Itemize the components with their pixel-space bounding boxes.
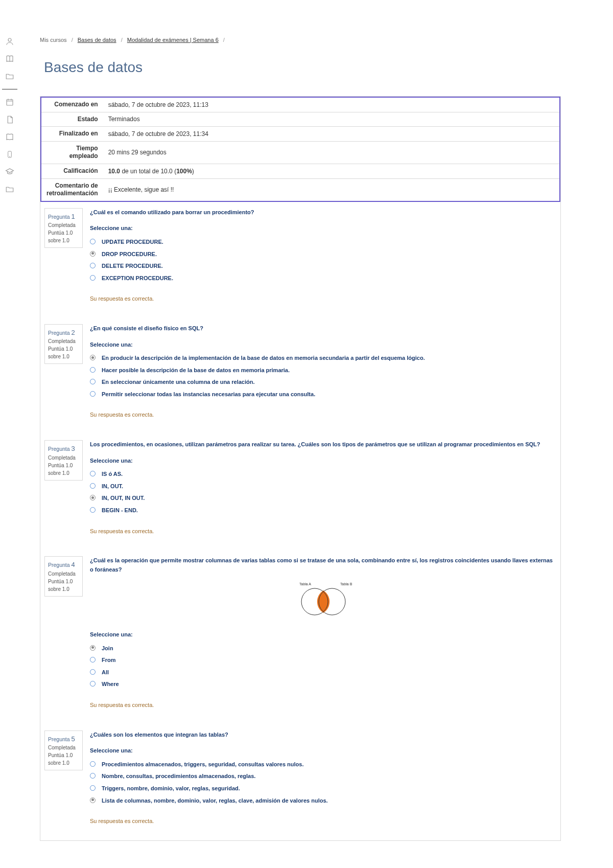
question-prefix: Pregunta bbox=[48, 736, 70, 742]
nav-folder2-icon[interactable] bbox=[5, 185, 14, 194]
select-one-label: Seleccione una: bbox=[90, 340, 556, 350]
radio-icon[interactable] bbox=[90, 645, 96, 651]
question-number: 3 bbox=[71, 445, 75, 452]
radio-icon[interactable] bbox=[90, 275, 96, 281]
nav-folder-icon[interactable] bbox=[5, 72, 14, 81]
summary-value: 10.0 de un total de 10.0 (100%) bbox=[103, 164, 560, 178]
summary-label: Comentario de retroalimentación bbox=[41, 178, 103, 201]
radio-icon[interactable] bbox=[90, 797, 96, 803]
question-info: Pregunta 2 Completada Puntúa 1.0 sobre 1… bbox=[44, 324, 83, 364]
question-text: ¿Cuál es la operación que permite mostra… bbox=[90, 556, 556, 574]
option[interactable]: All bbox=[90, 667, 556, 679]
nav-mobile-icon[interactable] bbox=[5, 150, 14, 159]
radio-icon[interactable] bbox=[90, 495, 96, 500]
table-row: Comenzado ensábado, 7 de octubre de 2023… bbox=[41, 97, 560, 112]
option[interactable]: UPDATE PROCEDURE. bbox=[90, 236, 556, 248]
option-list: IS ó AS.IN, OUT.IN, OUT, IN OUT.BEGIN - … bbox=[90, 468, 556, 516]
question-prefix: Pregunta bbox=[48, 562, 70, 568]
option[interactable]: Hacer posible la descripción de la base … bbox=[90, 364, 556, 377]
question-score: Puntúa 1.0 sobre 1.0 bbox=[48, 229, 79, 244]
breadcrumb-item[interactable]: Bases de datos bbox=[78, 37, 116, 43]
option-text: En seleccionar únicamente una columna de… bbox=[102, 378, 255, 387]
option-text: Procedimientos almacenados, triggers, se… bbox=[102, 760, 304, 769]
option[interactable]: Triggers, nombre, dominio, valor, reglas… bbox=[90, 783, 556, 795]
summary-label: Comenzado en bbox=[41, 97, 103, 112]
question-text: ¿En qué consiste el diseño físico en SQL… bbox=[90, 324, 556, 333]
option-text: Nombre, consultas, procedimientos almace… bbox=[102, 772, 255, 781]
nav-calendar-icon[interactable] bbox=[5, 98, 14, 107]
option-text: Where bbox=[102, 680, 119, 689]
question-score: Puntúa 1.0 sobre 1.0 bbox=[48, 578, 79, 593]
summary-label: Finalizado en bbox=[41, 127, 103, 142]
select-one-label: Seleccione una: bbox=[90, 224, 556, 233]
radio-icon[interactable] bbox=[90, 251, 96, 257]
option[interactable]: EXCEPTION PROCEDURE. bbox=[90, 272, 556, 285]
question-block: Pregunta 2 Completada Puntúa 1.0 sobre 1… bbox=[40, 318, 560, 434]
select-one-label: Seleccione una: bbox=[90, 630, 556, 639]
feedback-correct: Su respuesta es correcta. bbox=[90, 527, 556, 536]
feedback-correct: Su respuesta es correcta. bbox=[90, 410, 556, 420]
nav-book-icon[interactable] bbox=[5, 54, 14, 63]
radio-icon[interactable] bbox=[90, 379, 96, 384]
question-block: Pregunta 3 Completada Puntúa 1.0 sobre 1… bbox=[40, 434, 560, 550]
venn-label-left: Tabla A bbox=[299, 582, 311, 586]
question-score: Puntúa 1.0 sobre 1.0 bbox=[48, 462, 79, 477]
question-block: Pregunta 5 Completada Puntúa 1.0 sobre 1… bbox=[40, 724, 560, 840]
radio-icon[interactable] bbox=[90, 681, 96, 687]
radio-icon[interactable] bbox=[90, 761, 96, 767]
question-body: ¿Cuál es el comando utilizado para borra… bbox=[90, 208, 556, 304]
question-score: Puntúa 1.0 sobre 1.0 bbox=[48, 751, 79, 767]
option-text: En producir la descripción de la impleme… bbox=[102, 354, 425, 363]
question-info: Pregunta 3 Completada Puntúa 1.0 sobre 1… bbox=[44, 440, 83, 481]
select-one-label: Seleccione una: bbox=[90, 456, 556, 466]
question-number: 4 bbox=[71, 561, 75, 568]
option[interactable]: Permitir seleccionar todas las instancia… bbox=[90, 389, 556, 401]
radio-icon[interactable] bbox=[90, 391, 96, 397]
radio-icon[interactable] bbox=[90, 507, 96, 513]
question-block: Pregunta 1 Completada Puntúa 1.0 sobre 1… bbox=[40, 202, 560, 318]
option[interactable]: En producir la descripción de la impleme… bbox=[90, 352, 556, 364]
option-text: From bbox=[102, 656, 116, 665]
nav-grad-icon[interactable] bbox=[5, 167, 14, 176]
radio-icon[interactable] bbox=[90, 263, 96, 268]
summary-value: ¡¡ Excelente, sigue así !! bbox=[103, 178, 560, 201]
radio-icon[interactable] bbox=[90, 355, 96, 360]
option[interactable]: En seleccionar únicamente una columna de… bbox=[90, 376, 556, 389]
option[interactable]: Lista de columnas, nombre, dominio, valo… bbox=[90, 795, 556, 807]
radio-icon[interactable] bbox=[90, 471, 96, 476]
table-row: Finalizado ensábado, 7 de octubre de 202… bbox=[41, 127, 560, 142]
option-list: UPDATE PROCEDURE.DROP PROCEDURE.DELETE P… bbox=[90, 236, 556, 284]
option[interactable]: Where bbox=[90, 678, 556, 691]
radio-icon[interactable] bbox=[90, 657, 96, 663]
summary-label: Tiempo empleado bbox=[41, 141, 103, 164]
breadcrumb-item[interactable]: Mis cursos bbox=[40, 37, 67, 43]
nav-book2-icon[interactable] bbox=[5, 132, 14, 142]
option[interactable]: IN, OUT. bbox=[90, 481, 556, 493]
radio-icon[interactable] bbox=[90, 785, 96, 791]
radio-icon[interactable] bbox=[90, 483, 96, 489]
question-status: Completada bbox=[48, 221, 79, 229]
option[interactable]: DROP PROCEDURE. bbox=[90, 248, 556, 261]
option[interactable]: IN, OUT, IN OUT. bbox=[90, 492, 556, 505]
option[interactable]: IS ó AS. bbox=[90, 468, 556, 481]
question-prefix: Pregunta bbox=[48, 446, 70, 452]
option[interactable]: DELETE PROCEDURE. bbox=[90, 260, 556, 272]
option[interactable]: Procedimientos almacenados, triggers, se… bbox=[90, 759, 556, 771]
feedback-correct: Su respuesta es correcta. bbox=[90, 817, 556, 826]
nav-profile-icon[interactable] bbox=[5, 37, 14, 46]
radio-icon[interactable] bbox=[90, 367, 96, 373]
question-block: Pregunta 4 Completada Puntúa 1.0 sobre 1… bbox=[40, 550, 560, 724]
radio-icon[interactable] bbox=[90, 773, 96, 779]
option[interactable]: Nombre, consultas, procedimientos almace… bbox=[90, 770, 556, 783]
summary-value: sábado, 7 de octubre de 2023, 11:13 bbox=[103, 97, 560, 112]
radio-icon[interactable] bbox=[90, 669, 96, 675]
radio-icon[interactable] bbox=[90, 239, 96, 244]
option[interactable]: Join bbox=[90, 643, 556, 655]
nav-file-icon[interactable] bbox=[5, 115, 14, 124]
option[interactable]: From bbox=[90, 654, 556, 667]
option[interactable]: BEGIN - END. bbox=[90, 505, 556, 517]
option-text: Triggers, nombre, dominio, valor, reglas… bbox=[102, 784, 240, 793]
question-prefix: Pregunta bbox=[48, 214, 70, 220]
option-text: BEGIN - END. bbox=[102, 506, 138, 515]
breadcrumb-item[interactable]: Modalidad de exámenes | Semana 6 bbox=[127, 37, 219, 43]
